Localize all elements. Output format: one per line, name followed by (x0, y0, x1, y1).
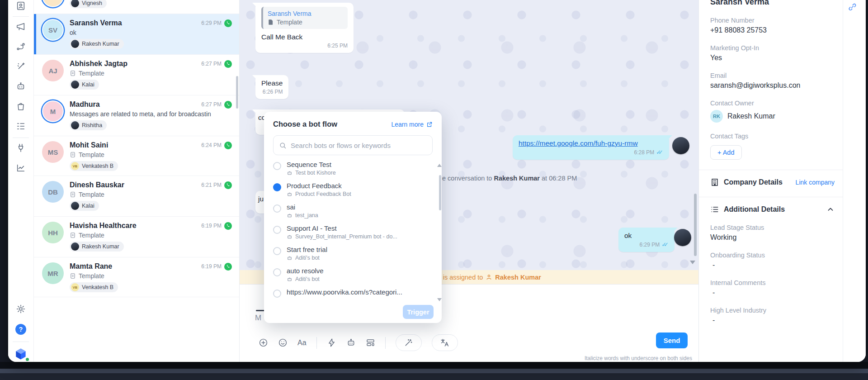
incoming-template-message[interactable]: Saransh Verma Template Call Me Back 6:25… (255, 3, 354, 53)
trigger-button[interactable]: Trigger (403, 305, 434, 319)
system-message: e conversation to Rakesh Kumar at 06:28 … (442, 175, 577, 182)
meet-link[interactable]: https://meet.google.com/fuh-gzyu-rmw (519, 139, 638, 147)
brand-logo[interactable] (14, 347, 28, 361)
chat-scrollbar[interactable] (694, 194, 697, 256)
bot-flow-option[interactable]: Start free trial Aditi's bot (273, 246, 426, 267)
megaphone-icon[interactable] (16, 22, 26, 32)
bot-icon (287, 213, 292, 218)
outgoing-message[interactable]: ok 6:29 PM✓✓ (618, 228, 675, 252)
settings-gear-icon[interactable] (16, 304, 26, 314)
tasks-icon[interactable] (16, 121, 26, 131)
bot-icon[interactable] (346, 338, 356, 347)
contact-details-panel: Saransh Verma Phone Number +91 88083 257… (698, 0, 866, 362)
bot-search-input[interactable] (291, 142, 427, 149)
conversation-pane: Saransh Verma Template Call Me Back 6:25… (240, 0, 698, 362)
attach-icon[interactable] (259, 338, 268, 347)
quick-reply-icon[interactable] (327, 338, 336, 347)
message-text: Call Me Back (261, 33, 348, 41)
analytics-icon[interactable] (16, 163, 26, 173)
assignee-avatar (71, 242, 79, 251)
template-icon (70, 70, 76, 76)
radio-button[interactable] (273, 268, 281, 276)
conversation-list: S Shradha reacted to "sure, I will reach… (34, 0, 240, 362)
formatting-hint: Italicize words with underscore on both … (585, 355, 692, 361)
rail-divider (13, 138, 29, 138)
popup-title: Choose a bot flow (273, 120, 337, 128)
list-item-dinesh-bauskar[interactable]: DB Dinesh Bauskar 6:21 PM Template Kalai (34, 176, 239, 217)
read-receipt-icon: ✓✓ (661, 241, 669, 248)
bot-icon (287, 191, 292, 197)
contact-name: Dinesh Bauskar (70, 181, 198, 189)
list-item-havisha-healthcare[interactable]: HH Havisha Healthcare 6:19 PM Template R… (34, 217, 239, 257)
toolbar-divider (316, 337, 317, 349)
list-item-abhishek-jagtap[interactable]: AJ Abhishek Jagtap 6:27 PM Template Kala… (34, 55, 239, 95)
radio-button[interactable] (273, 204, 281, 213)
avatar: MR (42, 262, 64, 284)
field-email: Email saransh@digiworksplus.con (710, 72, 835, 90)
link-company-link[interactable]: Link company (796, 179, 835, 186)
add-tag-button[interactable]: + Add (710, 145, 742, 160)
whatsapp-icon (224, 222, 232, 230)
owner-avatar: RK (710, 110, 723, 123)
rail-divider (13, 342, 29, 342)
popup-scrollbar[interactable] (439, 175, 441, 210)
list-item-saransh-verma[interactable]: SV Saransh Verma 6:29 PM ok Rakesh Kumar (34, 14, 239, 55)
outgoing-link-message[interactable]: https://meet.google.com/fuh-gzyu-rmw 6:2… (513, 135, 669, 160)
message-input[interactable]: M (255, 314, 261, 323)
company-details-section[interactable]: Company Details Link company (710, 178, 835, 187)
bag-icon[interactable] (16, 101, 26, 111)
text-format-icon[interactable]: Aa (297, 339, 307, 347)
spark-icon[interactable] (16, 62, 26, 71)
bot-search-box[interactable] (273, 135, 433, 155)
message-preview: Template (70, 151, 232, 158)
copy-link-icon[interactable] (848, 3, 857, 13)
bot-flow-option[interactable]: Sequence Test Test bot Kishore (273, 161, 426, 182)
radio-button-selected[interactable] (273, 183, 281, 191)
template-icon (70, 152, 76, 158)
desk-edge-highlight (0, 369, 868, 373)
radio-button[interactable] (273, 290, 281, 298)
translate-button[interactable] (432, 334, 458, 351)
message-preview: Template (70, 70, 232, 77)
message-preview: Messages are related to meta, and for br… (70, 110, 232, 118)
send-button[interactable]: Send (656, 332, 688, 348)
list-item-mohit-saini[interactable]: MS Mohit Saini 6:24 PM Template VBVenkat… (34, 136, 239, 176)
message-preview: Template (70, 272, 232, 280)
radio-button[interactable] (273, 162, 281, 170)
external-link-icon (426, 121, 433, 128)
scroll-down-icon[interactable] (437, 298, 442, 301)
plug-icon[interactable] (16, 143, 26, 153)
radio-button[interactable] (273, 247, 281, 255)
bot-flow-option[interactable]: Support AI - Test Survey_Bot_internal_Pr… (273, 224, 426, 246)
scroll-to-bottom-icon[interactable] (690, 261, 695, 264)
scroll-up-icon[interactable] (437, 164, 442, 167)
toolbar-divider (385, 337, 386, 349)
timestamp: 6:21 PM (201, 182, 222, 188)
template-cards-icon[interactable] (366, 338, 375, 347)
emoji-icon[interactable] (278, 338, 288, 347)
list-item-mamta-rane[interactable]: MR Mamta Rane 6:19 PM Template VBVenkate… (34, 257, 239, 297)
bot-icon[interactable] (16, 81, 26, 91)
flows-icon[interactable] (16, 42, 26, 52)
bot-flow-option-selected[interactable]: Product Feedback Product Feedback Bot (273, 182, 426, 203)
template-icon (70, 191, 76, 198)
ai-rewrite-button[interactable] (396, 334, 422, 351)
list-item-madhura[interactable]: M Madhura 6:27 PM Messages are related t… (34, 95, 239, 136)
incoming-message[interactable]: Please 6:26 PM (255, 75, 288, 99)
avatar: DB (42, 181, 64, 203)
learn-more-link[interactable]: Learn more (391, 121, 433, 128)
chevron-up-icon[interactable] (826, 205, 835, 214)
contacts-icon[interactable] (16, 1, 26, 11)
status-dot (25, 357, 30, 362)
bot-flow-option[interactable]: auto resolve Aditi's bot (273, 267, 426, 288)
template-icon (268, 19, 274, 25)
additional-details-section[interactable]: Additional Details (710, 205, 835, 214)
bot-icon (287, 276, 292, 282)
bot-flow-option[interactable]: sai test_jana (273, 203, 426, 224)
bot-flow-option[interactable]: https://www.poorvika.com/s?categori... (273, 288, 426, 302)
radio-button[interactable] (273, 226, 281, 234)
message-time: 6:28 PM✓✓ (519, 149, 663, 156)
help-icon[interactable]: ? (15, 324, 26, 335)
list-scrollbar[interactable] (236, 76, 238, 109)
list-item-shradha[interactable]: S Shradha reacted to "sure, I will reach… (34, 0, 239, 14)
